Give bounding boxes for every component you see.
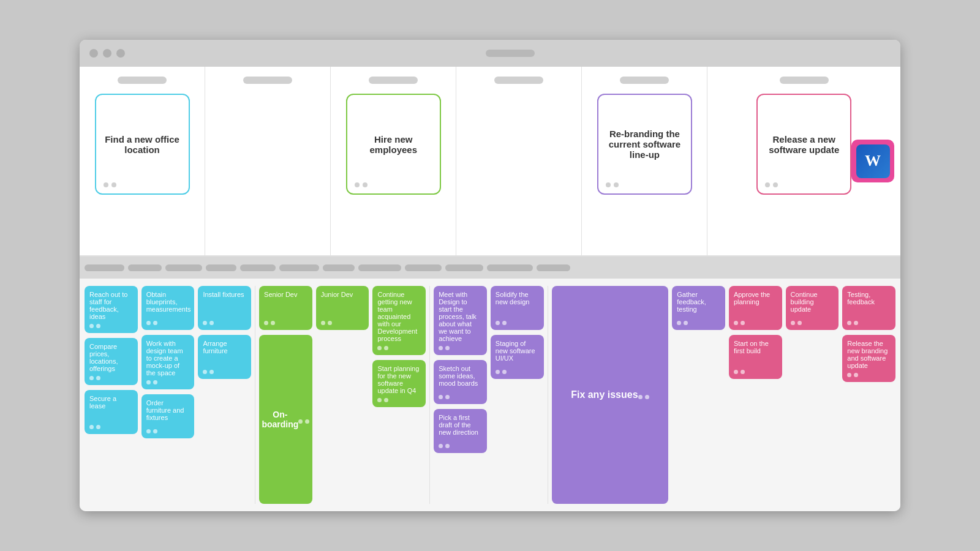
kanban-card-text: Install fixtures — [203, 291, 246, 298]
kanban-col-release-5: Testing, feedback Release the new brandi… — [842, 286, 895, 504]
col-header-office — [118, 77, 167, 84]
title-bar — [80, 40, 900, 67]
kanban-card-onboarding[interactable]: On-boarding — [259, 335, 312, 504]
word-icon: W — [856, 144, 890, 178]
kanban-col-release-fix: Fix any issues — [552, 286, 669, 504]
kanban-card-office-1-2[interactable]: Compare prices, locations, offerings — [85, 338, 138, 385]
kanban-card-text: Release the new branding and software up… — [847, 340, 891, 369]
kanban-header-pill-9 — [405, 264, 442, 271]
kanban-card-office-1-3[interactable]: Secure a lease — [85, 390, 138, 434]
kanban-header-pill-2 — [128, 264, 162, 271]
epic-card-release[interactable]: Release a new software update — [756, 94, 851, 195]
kanban-card-dots — [89, 425, 133, 429]
kanban-card-release-build[interactable]: Start on the first build — [729, 335, 782, 379]
kanban-card-text: On-boarding — [262, 410, 298, 429]
kanban-header-pill-1 — [85, 264, 124, 271]
kanban-card-release-gather[interactable]: Gather feedback, testing — [672, 286, 725, 330]
kanban-card-text: Sketch out some ideas, mood boards — [439, 365, 482, 387]
kanban-card-dots — [638, 395, 649, 399]
kanban-card-fix-issues[interactable]: Fix any issues — [552, 286, 669, 504]
kanban-card-text: Senior Dev — [264, 291, 307, 298]
kanban-card-dots — [677, 321, 720, 325]
epic-card-office[interactable]: Find a new office location — [95, 94, 190, 195]
epic-label-rebrand: Re-branding the current software line-up — [606, 129, 684, 160]
kanban-card-hire-senior[interactable]: Senior Dev — [259, 286, 312, 330]
kanban-card-text: Reach out to staff for feedback, ideas — [89, 291, 133, 320]
kanban-card-office-1-1[interactable]: Reach out to staff for feedback, ideas — [85, 286, 138, 333]
kanban-section: Reach out to staff for feedback, ideas C… — [80, 257, 900, 511]
kanban-col-release-3: Approve the planning Start on the first … — [729, 286, 782, 504]
kanban-card-dots — [439, 395, 482, 399]
kanban-card-hire-planning[interactable]: Start planning for the new software upda… — [372, 360, 426, 407]
kanban-card-dots — [146, 380, 190, 384]
kanban-card-office-3-2[interactable]: Arrange furniture — [198, 335, 251, 379]
kanban-card-office-3-1[interactable]: Install fixtures — [198, 286, 251, 330]
col-sep-3 — [548, 286, 548, 504]
title-bar-label — [486, 50, 535, 57]
kanban-cards-area: Reach out to staff for feedback, ideas C… — [80, 279, 900, 511]
window-control-maximize[interactable] — [116, 49, 125, 58]
kanban-card-release-approve[interactable]: Approve the planning — [729, 286, 782, 330]
epic-label-hire: Hire new employees — [355, 134, 432, 155]
kanban-card-text: Start on the first build — [734, 340, 777, 354]
window-control-close[interactable] — [89, 49, 98, 58]
kanban-card-dots — [298, 419, 309, 424]
kanban-card-rebrand-1[interactable]: Meet with Design to start the process, t… — [434, 286, 487, 355]
word-icon-wrapper: W — [851, 140, 894, 182]
kanban-card-rebrand-staging[interactable]: Staging of new software UI/UX — [491, 335, 544, 379]
kanban-card-dots — [89, 324, 133, 328]
kanban-card-text: Testing, feedback — [847, 291, 891, 305]
kanban-card-dots — [203, 370, 246, 374]
kanban-card-text: Continue getting new team acquainted wit… — [377, 291, 421, 342]
kanban-card-text: Fix any issues — [571, 389, 638, 400]
kanban-header-pill-12 — [537, 264, 570, 271]
kanban-card-hire-junior[interactable]: Junior Dev — [316, 286, 369, 330]
kanban-card-text: Junior Dev — [321, 291, 364, 298]
epic-card-rebrand[interactable]: Re-branding the current software line-up — [597, 94, 692, 195]
kanban-header-row — [80, 257, 900, 279]
epic-col-spacer1 — [205, 67, 331, 255]
kanban-card-dots — [734, 370, 777, 374]
kanban-card-text: Solidify the new design — [496, 291, 539, 305]
kanban-card-dots — [439, 346, 482, 350]
kanban-card-office-2-1[interactable]: Obtain blueprints, measurements — [141, 286, 195, 330]
kanban-header-pill-3 — [165, 264, 202, 271]
window-control-minimize[interactable] — [103, 49, 111, 58]
epic-card-hire[interactable]: Hire new employees — [346, 94, 441, 195]
kanban-card-dots — [791, 321, 834, 325]
kanban-card-release-final[interactable]: Release the new branding and software up… — [842, 335, 895, 382]
kanban-col-rebrand-1: Meet with Design to start the process, t… — [434, 286, 487, 504]
kanban-card-text: Secure a lease — [89, 395, 133, 410]
kanban-col-office-1: Reach out to staff for feedback, ideas C… — [85, 286, 138, 504]
kanban-header-pill-4 — [206, 264, 236, 271]
epic-label-release: Release a new software update — [765, 134, 843, 155]
epic-col-hire: Hire new employees — [331, 67, 456, 255]
kanban-card-office-2-2[interactable]: Work with design team to create a mock-u… — [141, 335, 195, 389]
kanban-header-pill-7 — [323, 264, 355, 271]
kanban-card-rebrand-3[interactable]: Pick a first draft of the new direction — [434, 409, 487, 453]
kanban-card-hire-acquainted[interactable]: Continue getting new team acquainted wit… — [372, 286, 426, 355]
kanban-card-dots — [203, 321, 246, 325]
kanban-col-hire-1: Senior Dev On-boarding — [259, 286, 312, 504]
kanban-card-rebrand-solidify[interactable]: Solidify the new design — [491, 286, 544, 330]
kanban-card-text: Gather feedback, testing — [677, 291, 720, 313]
kanban-card-release-continue[interactable]: Continue building update — [786, 286, 839, 330]
col-sep-1 — [255, 286, 255, 504]
kanban-card-dots — [377, 398, 421, 402]
kanban-card-rebrand-2[interactable]: Sketch out some ideas, mood boards — [434, 360, 487, 404]
col-sep-2 — [429, 286, 430, 504]
kanban-col-release-2: Gather feedback, testing — [672, 286, 725, 504]
col-header-hire — [369, 77, 418, 84]
kanban-card-dots — [89, 376, 133, 380]
kanban-card-dots — [146, 429, 190, 433]
kanban-header-pill-11 — [487, 264, 533, 271]
kanban-card-text: Order furniture and fixtures — [146, 399, 190, 421]
col-header-rebrand — [620, 77, 669, 84]
kanban-card-office-2-3[interactable]: Order furniture and fixtures — [141, 394, 195, 438]
epics-section: Find a new office location Hire new empl… — [80, 67, 900, 257]
kanban-col-release-4: Continue building update — [786, 286, 839, 504]
kanban-card-release-testing[interactable]: Testing, feedback — [842, 286, 895, 330]
kanban-card-text: Compare prices, locations, offerings — [89, 343, 133, 372]
kanban-card-text: Staging of new software UI/UX — [496, 340, 539, 362]
kanban-card-dots — [146, 321, 190, 325]
